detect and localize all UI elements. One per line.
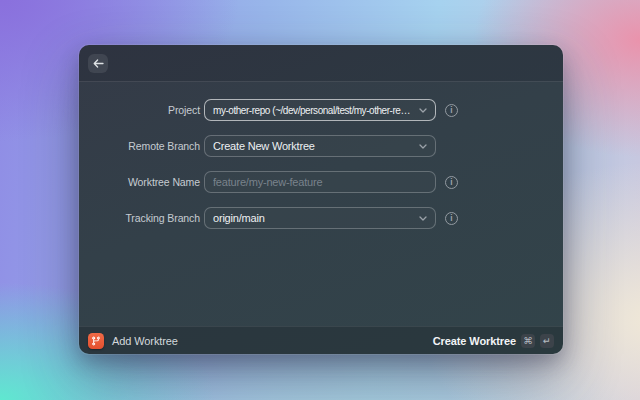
chevron-down-icon [419,144,427,149]
chevron-down-icon [419,216,427,221]
info-spacer [445,140,458,153]
footer-actions: Create Worktree ⌘ ↵ [433,334,554,348]
worktree-name-label: Worktree Name [79,176,200,188]
remote-branch-select-value: Create New Worktree [213,140,413,152]
info-icon[interactable]: i [445,104,458,117]
add-worktree-dialog: Project my-other-repo (~/dev/personal/te… [79,45,563,354]
project-row: Project my-other-repo (~/dev/personal/te… [79,99,563,121]
project-label: Project [79,104,200,116]
dialog-footer: Add Worktree Create Worktree ⌘ ↵ [79,326,563,354]
return-key-icon: ↵ [540,334,554,348]
worktree-name-row: Worktree Name i [79,171,563,193]
tracking-branch-label: Tracking Branch [79,212,200,224]
dialog-titlebar [79,45,563,82]
footer-app-label: Add Worktree [112,335,178,347]
info-icon[interactable]: i [445,176,458,189]
command-key-icon: ⌘ [521,334,535,348]
project-select[interactable]: my-other-repo (~/dev/personal/test/my-ot… [204,99,436,121]
worktree-name-input[interactable] [204,171,436,193]
tracking-branch-select-value: origin/main [213,212,413,224]
arrow-left-icon [93,59,104,68]
chevron-down-icon [419,108,427,113]
remote-branch-select[interactable]: Create New Worktree [204,135,436,157]
tracking-branch-select[interactable]: origin/main [204,207,436,229]
git-branch-icon [88,333,104,349]
form-body: Project my-other-repo (~/dev/personal/te… [79,82,563,326]
project-select-value: my-other-repo (~/dev/personal/test/my-ot… [213,105,413,116]
remote-branch-row: Remote Branch Create New Worktree [79,135,563,157]
create-worktree-button[interactable]: Create Worktree [433,335,516,347]
remote-branch-label: Remote Branch [79,140,200,152]
info-icon[interactable]: i [445,212,458,225]
tracking-branch-row: Tracking Branch origin/main i [79,207,563,229]
back-button[interactable] [88,54,108,73]
